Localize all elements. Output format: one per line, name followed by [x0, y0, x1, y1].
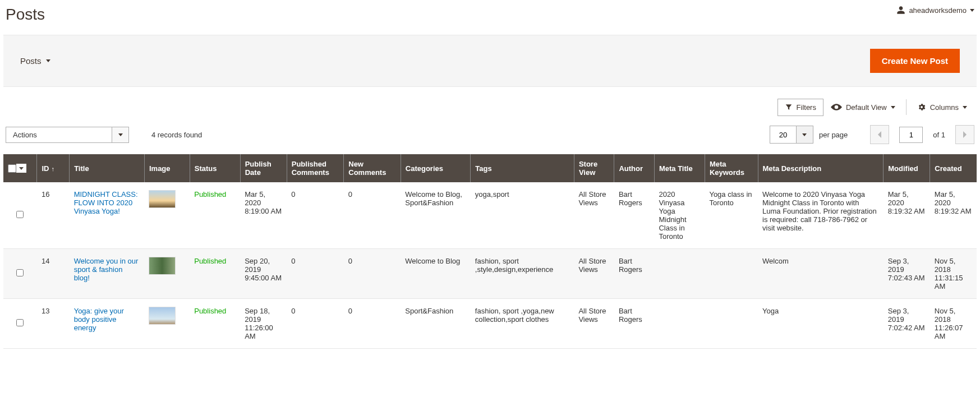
- table-row[interactable]: 13 Yoga: give your body positive energy …: [3, 299, 977, 349]
- chevron-down-icon: [802, 133, 807, 136]
- cell-new-comments: 0: [344, 182, 401, 249]
- next-page-button[interactable]: [955, 125, 974, 144]
- status-badge: Published: [194, 190, 226, 199]
- per-page-toggle[interactable]: [797, 126, 813, 144]
- select-all-dropdown[interactable]: [16, 164, 26, 173]
- col-id-label: ID: [42, 164, 49, 173]
- cell-store-view: All Store Views: [574, 249, 614, 299]
- cell-tags: fashion, sport ,style,design,experience: [471, 249, 574, 299]
- col-author[interactable]: Author: [614, 154, 655, 182]
- col-new-comments[interactable]: New Comments: [344, 154, 401, 182]
- per-page-input[interactable]: [770, 126, 797, 144]
- status-badge: Published: [194, 257, 226, 265]
- posts-grid: ID↑ Title Image Status Publish Date Publ…: [3, 154, 977, 349]
- chevron-down-icon: [118, 133, 123, 136]
- cell-modified: Sep 3, 2019 7:02:42 AM: [884, 299, 930, 349]
- columns-button[interactable]: Columns: [910, 98, 974, 116]
- col-meta-description[interactable]: Meta Description: [758, 154, 884, 182]
- cell-meta-title: 2020 Vinyasa Yoga Midnight Class in Toro…: [654, 182, 705, 249]
- actions-select[interactable]: Actions: [6, 127, 129, 143]
- col-id[interactable]: ID↑: [37, 154, 70, 182]
- of-pages: of 1: [933, 131, 945, 139]
- cell-categories: Welcome to Blog, Sport&Fashion: [401, 182, 471, 249]
- col-publish-date[interactable]: Publish Date: [240, 154, 287, 182]
- post-thumbnail[interactable]: [149, 190, 176, 208]
- page-input[interactable]: [899, 127, 923, 143]
- cell-meta-title: [654, 299, 705, 349]
- post-title-link[interactable]: Yoga: give your body positive energy: [74, 307, 124, 332]
- table-row[interactable]: 14 Welcome you in our sport & fashion bl…: [3, 249, 977, 299]
- user-icon: [896, 6, 905, 15]
- cell-created: Mar 5, 2020 8:19:32 AM: [930, 182, 977, 249]
- cell-tags: yoga,sport: [471, 182, 574, 249]
- cell-categories: Welcome to Blog: [401, 249, 471, 299]
- cell-id: 13: [37, 299, 70, 349]
- cell-categories: Sport&Fashion: [401, 299, 471, 349]
- post-title-link[interactable]: MIDNIGHT CLASS: FLOW INTO 2020 Vinyasa Y…: [74, 190, 138, 215]
- default-view-label: Default View: [846, 103, 887, 112]
- per-page-label: per page: [819, 131, 848, 139]
- cell-id: 16: [37, 182, 70, 249]
- col-meta-title[interactable]: Meta Title: [654, 154, 705, 182]
- cell-created: Nov 5, 2018 11:26:07 AM: [930, 299, 977, 349]
- col-modified[interactable]: Modified: [884, 154, 930, 182]
- cell-author: Bart Rogers: [614, 182, 655, 249]
- breadcrumb[interactable]: Posts: [20, 56, 50, 66]
- col-image[interactable]: Image: [144, 154, 190, 182]
- chevron-down-icon: [970, 9, 974, 12]
- post-thumbnail[interactable]: [149, 307, 176, 325]
- col-meta-keywords[interactable]: Meta Keywords: [705, 154, 758, 182]
- post-thumbnail[interactable]: [149, 257, 176, 275]
- cell-meta-keywords: Yoga class in Toronto: [705, 182, 758, 249]
- cell-publish-date: Mar 5, 2020 8:19:00 AM: [240, 182, 287, 249]
- cell-store-view: All Store Views: [574, 182, 614, 249]
- cell-meta-description: Welcom: [758, 249, 884, 299]
- chevron-down-icon: [891, 106, 895, 109]
- row-checkbox[interactable]: [16, 319, 24, 326]
- separator: [906, 99, 907, 115]
- user-menu[interactable]: aheadworksdemo: [896, 6, 974, 15]
- col-published-comments[interactable]: Published Comments: [287, 154, 344, 182]
- actions-toggle[interactable]: [112, 127, 129, 143]
- table-row[interactable]: 16 MIDNIGHT CLASS: FLOW INTO 2020 Vinyas…: [3, 182, 977, 249]
- gear-icon: [917, 103, 926, 112]
- username: aheadworksdemo: [909, 6, 967, 15]
- filters-label: Filters: [797, 103, 816, 112]
- col-title[interactable]: Title: [70, 154, 145, 182]
- cell-created: Nov 5, 2018 11:31:15 AM: [930, 249, 977, 299]
- funnel-icon: [785, 103, 793, 111]
- cell-published-comments: 0: [287, 249, 344, 299]
- cell-published-comments: 0: [287, 182, 344, 249]
- cell-new-comments: 0: [344, 249, 401, 299]
- breadcrumb-label: Posts: [20, 56, 42, 66]
- chevron-down-icon: [19, 167, 24, 170]
- row-checkbox[interactable]: [16, 269, 24, 276]
- columns-label: Columns: [930, 103, 959, 112]
- cell-meta-keywords: [705, 299, 758, 349]
- cell-publish-date: Sep 18, 2019 11:26:00 AM: [240, 299, 287, 349]
- page-title: Posts: [6, 6, 45, 24]
- default-view-button[interactable]: Default View: [823, 99, 903, 116]
- create-new-post-button[interactable]: Create New Post: [870, 49, 960, 73]
- cell-new-comments: 0: [344, 299, 401, 349]
- select-all-checkbox[interactable]: [8, 164, 16, 173]
- filters-button[interactable]: Filters: [777, 99, 823, 116]
- col-status[interactable]: Status: [190, 154, 240, 182]
- eye-icon: [831, 104, 842, 110]
- chevron-down-icon: [46, 59, 50, 62]
- col-checkbox[interactable]: [3, 154, 37, 182]
- col-store-view[interactable]: Store View: [574, 154, 614, 182]
- cell-meta-title: [654, 249, 705, 299]
- col-created[interactable]: Created: [930, 154, 977, 182]
- col-categories[interactable]: Categories: [401, 154, 471, 182]
- prev-page-button[interactable]: [870, 125, 889, 144]
- status-badge: Published: [194, 307, 226, 315]
- post-title-link[interactable]: Welcome you in our sport & fashion blog!: [74, 257, 139, 282]
- cell-store-view: All Store Views: [574, 299, 614, 349]
- records-found: 4 records found: [151, 131, 202, 139]
- row-checkbox[interactable]: [16, 211, 24, 218]
- cell-modified: Mar 5, 2020 8:19:32 AM: [884, 182, 930, 249]
- cell-tags: fashion, sport ,yoga,new collection,spor…: [471, 299, 574, 349]
- cell-meta-keywords: [705, 249, 758, 299]
- col-tags[interactable]: Tags: [471, 154, 574, 182]
